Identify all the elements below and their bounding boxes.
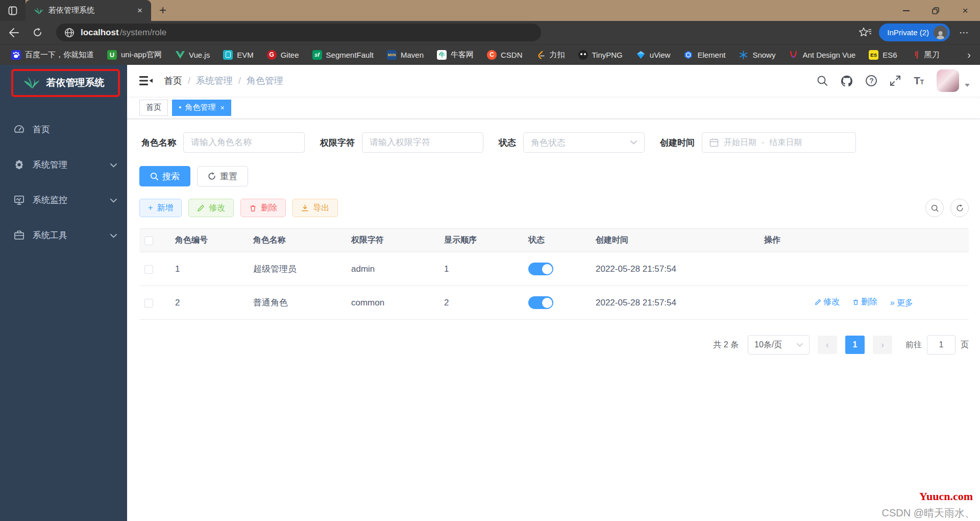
browser-tab[interactable]: 若依管理系统 ×	[26, 0, 151, 21]
search-button[interactable]: 搜索	[139, 166, 190, 186]
bookmark-heidao[interactable]: 刂 黑刀	[911, 50, 940, 60]
next-page-button[interactable]: ›	[873, 336, 892, 354]
status-switch-on[interactable]	[528, 263, 553, 275]
export-button[interactable]: 导出	[292, 199, 338, 217]
row-delete-link[interactable]: 删除	[852, 297, 877, 307]
chevron-down-icon	[110, 160, 117, 170]
bookmark-baidu[interactable]: 百度一下，你就知道	[11, 50, 94, 60]
help-icon[interactable]: ?	[866, 75, 877, 86]
address-bar[interactable]: localhost /system/role	[56, 23, 541, 41]
minimize-button[interactable]	[891, 0, 921, 21]
bookmark-ant-design-vue[interactable]: Ant Design Vue	[789, 50, 855, 60]
minimize-icon	[903, 10, 910, 11]
breadcrumb: 首页 / 系统管理 / 角色管理	[164, 75, 283, 87]
total-count: 共 2 条	[713, 340, 739, 350]
bookmark-evm[interactable]: EVM	[223, 50, 254, 60]
prev-page-button[interactable]: ‹	[818, 336, 837, 354]
user-avatar[interactable]	[937, 69, 959, 92]
bookmark-segmentfault[interactable]: sf SegmentFault	[312, 50, 374, 60]
bookmark-csdn[interactable]: C CSDN	[487, 50, 523, 60]
sidebar-menu: 首页 系统管理 系统监控	[0, 112, 127, 253]
sidebar-item-system-tools[interactable]: 系统工具	[0, 218, 127, 253]
restore-button[interactable]	[921, 0, 950, 21]
toggle-search-button[interactable]	[925, 199, 944, 217]
perm-key-input[interactable]	[370, 137, 476, 148]
bookmark-tinypng[interactable]: TinyPNG	[578, 50, 623, 60]
close-window-button[interactable]: ×	[950, 0, 980, 21]
tags-view-bar: 首页 ● 角色管理 ×	[127, 97, 980, 119]
gear-icon	[13, 159, 24, 171]
row-edit-link[interactable]: 修改	[815, 297, 840, 307]
double-arrow-icon: »	[890, 298, 895, 307]
tag-close-icon[interactable]: ×	[220, 104, 224, 112]
avatar-dropdown-caret-icon[interactable]	[965, 84, 970, 87]
col-role-id: 角色编号	[170, 229, 248, 252]
sidebar-toggle-button[interactable]	[139, 76, 153, 86]
favorites-star-icon[interactable]	[859, 27, 872, 38]
role-name-input[interactable]	[191, 137, 297, 148]
bookmark-gitee[interactable]: G Gitee	[267, 50, 299, 60]
monitor-icon	[13, 195, 24, 206]
select-all-checkbox[interactable]	[144, 236, 153, 245]
profile-avatar-icon	[934, 26, 947, 39]
header-search-icon[interactable]	[817, 75, 828, 86]
breadcrumb-role: 角色管理	[247, 75, 283, 87]
nowcoder-favicon: 牛	[437, 50, 447, 60]
col-role-name: 角色名称	[248, 229, 346, 252]
segmentfault-favicon: sf	[312, 50, 322, 60]
bookmark-maven[interactable]: MVN Maven	[387, 50, 424, 60]
date-range-picker[interactable]: 开始日期 - 结束日期	[702, 132, 856, 153]
current-page-button[interactable]: 1	[845, 336, 865, 354]
row-more-link[interactable]: » 更多	[890, 298, 913, 309]
delete-button[interactable]: 删除	[240, 199, 286, 217]
browser-menu-icon[interactable]: ⋯	[957, 27, 972, 38]
bookmark-vuejs[interactable]: Vue.js	[175, 50, 210, 60]
sidebar-item-home[interactable]: 首页	[0, 112, 127, 147]
bookmark-uniapp[interactable]: U uni-app官网	[107, 50, 162, 60]
table-row[interactable]: 2 普通角色 common 2 2022-05-28 21:57:54 修改	[139, 286, 969, 320]
table-row[interactable]: 1 超级管理员 admin 1 2022-05-28 21:57:54	[139, 252, 969, 286]
tag-home[interactable]: 首页	[139, 100, 168, 116]
tag-role-manage[interactable]: ● 角色管理 ×	[172, 100, 231, 116]
edit-button[interactable]: 修改	[188, 199, 234, 217]
snowy-favicon	[739, 50, 748, 60]
refresh-button[interactable]	[28, 24, 47, 41]
bookmark-nowcoder[interactable]: 牛 牛客网	[437, 50, 474, 60]
start-date-placeholder[interactable]: 开始日期	[724, 137, 756, 148]
sidebar-item-label: 首页	[33, 124, 50, 135]
bookmark-leetcode[interactable]: 力扣	[536, 50, 565, 60]
goto-page-input[interactable]	[927, 335, 955, 354]
inprivate-badge[interactable]: InPrivate (2)	[879, 23, 950, 41]
fullscreen-icon[interactable]	[890, 75, 901, 86]
bookmarks-overflow-icon[interactable]: ›	[967, 49, 971, 61]
browser-toolbar: localhost /system/role InPrivate (2) ⋯	[0, 21, 980, 44]
back-button[interactable]	[4, 24, 23, 41]
mini-refresh-icon	[956, 204, 964, 212]
row-checkbox[interactable]	[144, 265, 153, 274]
status-switch-on[interactable]	[528, 296, 553, 309]
font-size-icon[interactable]: TT	[914, 75, 924, 87]
row-checkbox[interactable]	[144, 299, 153, 307]
bookmark-uview[interactable]: uView	[636, 50, 671, 60]
col-created: 创建时间	[591, 229, 759, 252]
breadcrumb-home[interactable]: 首页	[164, 75, 182, 87]
bookmark-es6[interactable]: ES ES6	[869, 50, 897, 60]
refresh-table-button[interactable]	[950, 199, 969, 217]
reset-button[interactable]: 重置	[197, 166, 248, 186]
filter-form: 角色名称 权限字符 状态 角色状态 创建时间	[139, 132, 969, 153]
bookmark-snowy[interactable]: Snowy	[739, 50, 775, 60]
sidebar-item-system-manage[interactable]: 系统管理	[0, 147, 127, 182]
sidebar-logo[interactable]: 若依管理系统	[0, 65, 127, 101]
new-tab-button[interactable]: +	[154, 2, 172, 19]
tab-actions-button[interactable]	[0, 0, 26, 21]
add-button[interactable]: + 新增	[139, 199, 182, 217]
page-size-select[interactable]: 10条/页	[748, 335, 810, 354]
bookmark-element[interactable]: Element	[683, 50, 725, 60]
sidebar-item-system-monitor[interactable]: 系统监控	[0, 182, 127, 218]
tab-actions-icon	[8, 6, 17, 15]
status-select[interactable]: 角色状态	[523, 132, 645, 153]
heidao-favicon: 刂	[911, 50, 920, 60]
github-icon[interactable]	[841, 75, 853, 87]
tab-close-icon[interactable]: ×	[134, 5, 146, 17]
end-date-placeholder[interactable]: 结束日期	[769, 137, 802, 148]
